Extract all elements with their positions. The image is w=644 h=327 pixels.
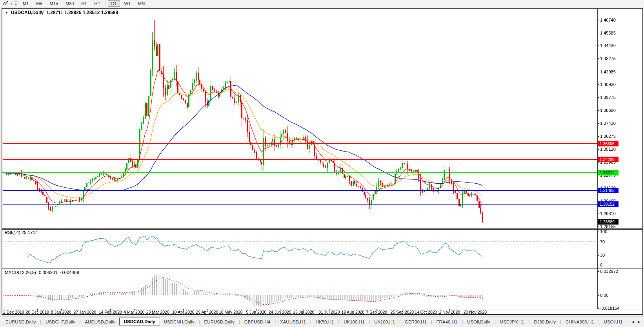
tab-usdjpy-h1[interactable]: USDJPY,H1 [496,318,528,326]
tab-dj30-daily[interactable]: DJ30,Daily [530,318,560,326]
tab-scroll-buttons: ◄ ► [631,320,642,324]
tab-scroll-left-icon[interactable]: ◄ [631,320,635,324]
tab-usdcad-daily[interactable]: USDCAD,Daily [119,318,160,325]
tab-ger30-h1[interactable]: GER30,H1 [401,318,431,326]
price-chart-canvas[interactable] [0,0,644,327]
tab-items: EURUSD,Daily|USDCHF,Daily|AUDUSD,DailyUS… [2,318,627,326]
tab-usdcnh-daily[interactable]: USDCNH,Daily [160,318,198,326]
tab-china300-h1[interactable]: CHINA300,H1 [562,318,598,326]
chart-tab-bar: EURUSD,Daily|USDCHF,Daily|AUDUSD,DailyUS… [0,316,644,327]
tab-usoil-daily[interactable]: USOil,Daily [463,318,494,326]
tab-usoil-h1[interactable]: USOil,H1 [600,318,627,326]
tab-uk100-h1[interactable]: UK100,H1 [370,318,399,326]
tab-xauusd-h1[interactable]: XAUUSD,H1 [276,318,310,326]
tab-fra40-h1[interactable]: FRA40,H1 [433,318,462,326]
tab-usdchf-daily[interactable]: USDCHF,Daily [42,318,79,326]
tab-scroll-right-icon[interactable]: ► [637,320,641,324]
tab-eurusd-daily[interactable]: EURUSD,Daily [2,318,40,326]
tab-gbpusd-h4[interactable]: GBPUSD,H4 [240,318,274,326]
tab-eurusd-daily[interactable]: EURUSD,Daily [200,318,238,326]
tab-hk50-h1[interactable]: HK50,H1 [312,318,338,326]
tab-audusd-daily[interactable]: AUDUSD,Daily [81,318,119,326]
tab-uk100-h1[interactable]: UK100,H1 [340,318,368,326]
